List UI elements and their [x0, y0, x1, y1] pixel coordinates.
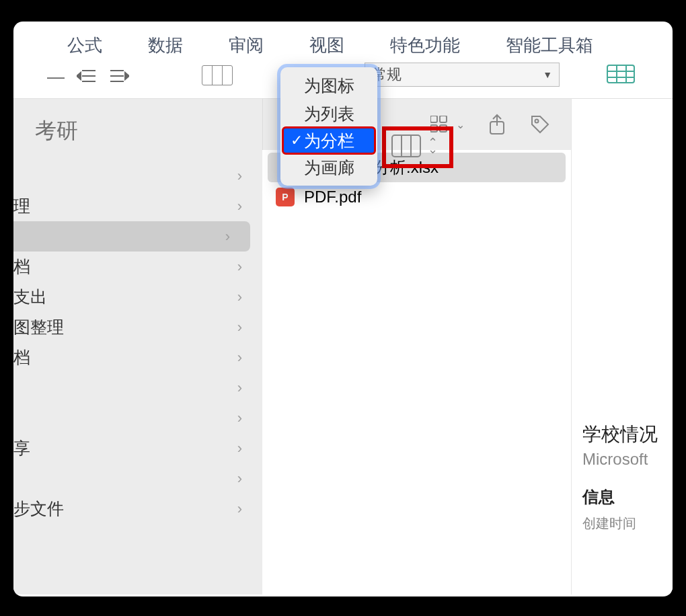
- dropdown-item-columns[interactable]: ✓ 为分栏: [282, 126, 376, 155]
- chevron-right-icon: ›: [237, 258, 242, 276]
- chevron-updown-icon: ⌃ ⌄: [428, 139, 438, 153]
- sidebar-item-label: 图整理: [13, 316, 64, 338]
- svg-rect-6: [440, 116, 447, 122]
- view-mode-dropdown: 为图标 为列表 ✓ 为分栏 为画廊: [280, 67, 377, 186]
- sidebar-item[interactable]: ›: [13, 463, 262, 494]
- dropdown-item-label: 为画廊: [304, 157, 354, 179]
- sidebar: 考研 › 理› › 档› 支出› 图整理› 档› › › 享› › 步文件›: [13, 99, 262, 594]
- group-button[interactable]: ⌄: [430, 116, 465, 133]
- chevron-right-icon: ›: [237, 288, 242, 306]
- dropdown-item-icons[interactable]: 为图标: [283, 71, 375, 100]
- sidebar-item[interactable]: 理›: [13, 191, 262, 221]
- dropdown-item-list[interactable]: 为列表: [283, 100, 375, 128]
- info-panel: 学校情况 Microsoft 信息 创建时间: [572, 99, 673, 594]
- sidebar-item[interactable]: ›: [13, 373, 262, 403]
- chevron-right-icon: ›: [237, 410, 242, 427]
- chevron-right-icon: ›: [225, 228, 230, 245]
- chevron-right-icon: ›: [237, 198, 242, 215]
- menu-toolbox[interactable]: 智能工具箱: [506, 34, 593, 57]
- svg-rect-7: [430, 125, 437, 132]
- sidebar-item-label: 档: [13, 346, 30, 369]
- tag-button[interactable]: [529, 114, 551, 135]
- menu-view[interactable]: 视图: [309, 34, 344, 57]
- check-icon: ✓: [291, 132, 303, 149]
- sidebar-item-label: 支出: [13, 286, 47, 308]
- sidebar-item-label: 享: [13, 437, 30, 459]
- sidebar-item-label: 理: [13, 195, 30, 217]
- svg-rect-8: [440, 125, 447, 132]
- dash-icon[interactable]: —: [47, 67, 65, 87]
- menu-review[interactable]: 审阅: [229, 34, 264, 57]
- info-title: 学校情况: [582, 422, 673, 447]
- table-icon[interactable]: [606, 64, 636, 84]
- sidebar-item[interactable]: ›: [13, 403, 262, 433]
- columns-icon[interactable]: [202, 65, 233, 85]
- svg-rect-0: [607, 65, 634, 83]
- toolbar-left-group: —: [47, 67, 129, 87]
- sidebar-title: 考研: [13, 99, 262, 161]
- sidebar-item-label: 档: [13, 256, 30, 278]
- pdf-icon: P: [276, 188, 295, 206]
- view-mode-button[interactable]: ⌃ ⌄: [391, 134, 438, 157]
- columns-icon: [391, 134, 421, 157]
- dropdown-item-label: 为分栏: [304, 130, 354, 152]
- indent-left-icon[interactable]: [77, 68, 97, 87]
- sidebar-item[interactable]: 支出›: [13, 282, 262, 312]
- dropdown-item-label: 为图标: [304, 75, 354, 97]
- chevron-right-icon: ›: [237, 319, 242, 336]
- sidebar-item[interactable]: 享›: [13, 433, 262, 463]
- info-created-label: 创建时间: [582, 514, 673, 533]
- share-button[interactable]: [488, 114, 506, 135]
- sidebar-item[interactable]: ›: [13, 221, 250, 252]
- menu-data[interactable]: 数据: [148, 34, 183, 57]
- chevron-right-icon: ›: [237, 440, 242, 457]
- style-select[interactable]: 常规 ▼: [365, 63, 560, 87]
- menu-special[interactable]: 特色功能: [390, 34, 460, 57]
- menubar: 公式 数据 审阅 视图 特色功能 智能工具箱: [13, 22, 673, 72]
- chevron-right-icon: ›: [237, 167, 242, 185]
- sidebar-item[interactable]: 图整理›: [13, 312, 262, 342]
- info-section-header: 信息: [582, 486, 673, 508]
- chevron-right-icon: ›: [237, 379, 242, 397]
- chevron-right-icon: ›: [237, 500, 242, 518]
- chevron-right-icon: ›: [237, 470, 242, 488]
- dropdown-item-gallery[interactable]: 为画廊: [283, 153, 375, 182]
- svg-point-10: [535, 120, 539, 123]
- menu-formula[interactable]: 公式: [67, 34, 102, 57]
- sidebar-item[interactable]: 档›: [13, 252, 262, 282]
- file-row[interactable]: P PDF.pdf: [262, 182, 571, 212]
- app-window: 公式 数据 审阅 视图 特色功能 智能工具箱 — 常规 ▼ 考研: [13, 22, 673, 596]
- chevron-down-icon: ▼: [543, 69, 552, 80]
- sidebar-item-label: 步文件: [13, 498, 64, 520]
- indent-right-icon[interactable]: [109, 68, 129, 87]
- sidebar-item[interactable]: 档›: [13, 342, 262, 373]
- chevron-right-icon: ›: [237, 349, 242, 367]
- info-subtitle: Microsoft: [582, 450, 673, 469]
- sidebar-list: › 理› › 档› 支出› 图整理› 档› › › 享› › 步文件›: [13, 161, 262, 594]
- svg-rect-5: [430, 116, 437, 122]
- sidebar-item[interactable]: ›: [13, 161, 262, 191]
- sidebar-item[interactable]: 步文件›: [13, 494, 262, 524]
- dropdown-item-label: 为列表: [304, 103, 354, 125]
- file-name: PDF.pdf: [304, 188, 361, 206]
- chevron-down-icon: ⌄: [456, 118, 465, 131]
